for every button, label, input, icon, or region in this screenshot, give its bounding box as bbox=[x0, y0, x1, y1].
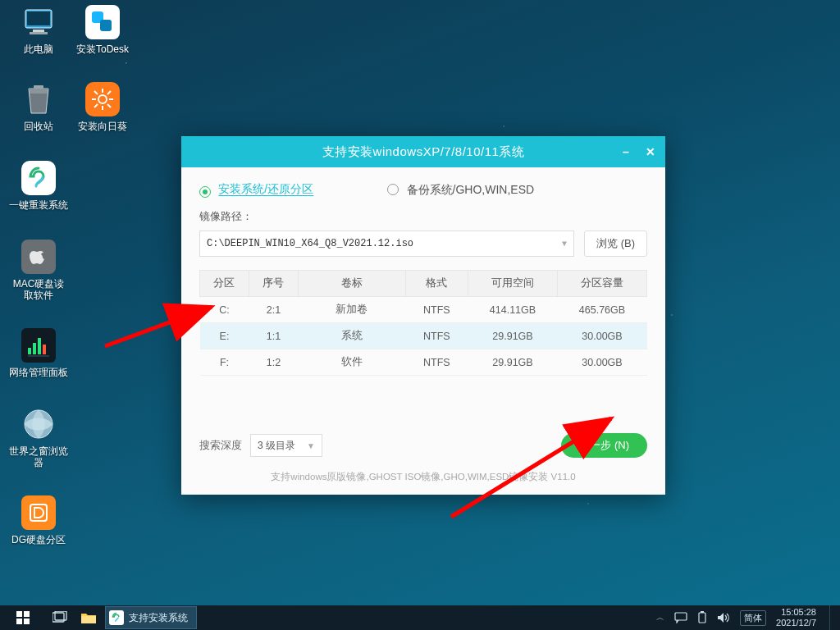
clock-date: 2021/12/7 bbox=[776, 618, 816, 628]
start-button[interactable] bbox=[0, 605, 46, 630]
system-tray[interactable]: ︿ 简体 15:05:28 2021/12/7 bbox=[650, 605, 840, 630]
svg-rect-35 bbox=[701, 611, 704, 613]
svg-rect-18 bbox=[38, 338, 41, 354]
taskview-button[interactable] bbox=[46, 605, 74, 630]
th-order: 序号 bbox=[249, 271, 298, 297]
svg-rect-16 bbox=[28, 348, 31, 354]
desktop-icon-label: DG硬盘分区 bbox=[8, 534, 69, 546]
battery-icon[interactable] bbox=[697, 611, 707, 624]
clock[interactable]: 15:05:28 2021/12/7 bbox=[776, 607, 816, 628]
table-row[interactable]: C:2:1新加卷NTFS414.11GB465.76GB bbox=[200, 297, 647, 323]
th-size: 分区容量 bbox=[557, 271, 646, 297]
installer-window: 支持安装windowsXP/7/8/10/11系统 – ✕ 安装系统/还原分区 … bbox=[181, 136, 665, 495]
th-partition: 分区 bbox=[200, 271, 249, 297]
support-text: 支持windows原版镜像,GHOST ISO镜像,GHO,WIM,ESD镜像安… bbox=[199, 471, 647, 483]
search-depth-label: 搜索深度 bbox=[199, 438, 242, 453]
desktop-icon-label: 网络管理面板 bbox=[8, 367, 69, 378]
close-button[interactable]: ✕ bbox=[642, 144, 659, 160]
taskbar[interactable]: 支持安装系统 ︿ 简体 15:05:28 2021/12/7 bbox=[0, 605, 840, 630]
desktop-icon-reinstall[interactable]: 一键重装系统 bbox=[8, 161, 69, 211]
action-center-icon[interactable] bbox=[674, 612, 687, 623]
svg-rect-34 bbox=[699, 613, 705, 623]
desktop-icon-label: 安装ToDesk bbox=[72, 43, 133, 55]
desktop-icon-label: 一键重装系统 bbox=[8, 199, 69, 211]
table-row[interactable]: F:1:2软件NTFS29.91GB30.00GB bbox=[200, 349, 647, 376]
search-depth-dropdown[interactable]: 3 级目录 ▼ bbox=[250, 434, 322, 457]
svg-line-15 bbox=[94, 104, 98, 107]
svg-rect-27 bbox=[24, 611, 30, 617]
svg-line-12 bbox=[94, 91, 98, 94]
desktop-icon-theworld-browser[interactable]: 世界之窗浏览器 bbox=[8, 407, 69, 468]
desktop-icon-recycle-bin[interactable]: 回收站 bbox=[8, 82, 69, 132]
desktop-icon-label: MAC硬盘读取软件 bbox=[8, 278, 69, 301]
show-desktop-button[interactable] bbox=[829, 605, 833, 630]
svg-point-7 bbox=[98, 95, 107, 103]
partition-table: 分区 序号 卷标 格式 可用空间 分区容量 C:2:1新加卷NTFS414.11… bbox=[199, 270, 647, 376]
svg-rect-1 bbox=[27, 11, 50, 25]
svg-rect-28 bbox=[16, 619, 22, 624]
ime-indicator[interactable]: 简体 bbox=[740, 610, 766, 626]
radio-on-icon bbox=[199, 186, 211, 198]
desktop-icon-mac-disk[interactable]: MAC硬盘读取软件 bbox=[8, 240, 69, 301]
svg-rect-19 bbox=[43, 345, 46, 354]
svg-rect-33 bbox=[675, 613, 687, 620]
th-format: 格式 bbox=[405, 271, 468, 297]
taskbar-app-label: 支持安装系统 bbox=[129, 611, 188, 625]
svg-line-14 bbox=[107, 91, 111, 94]
radio-off-icon bbox=[387, 184, 399, 195]
desktop-icon-diskgenius[interactable]: DG硬盘分区 bbox=[8, 495, 69, 546]
th-free: 可用空间 bbox=[468, 271, 557, 297]
th-volume: 卷标 bbox=[298, 271, 405, 297]
svg-rect-29 bbox=[24, 619, 30, 624]
titlebar[interactable]: 支持安装windowsXP/7/8/10/11系统 – ✕ bbox=[181, 136, 665, 167]
desktop-icon-network-panel[interactable]: 网络管理面板 bbox=[8, 328, 69, 378]
svg-rect-26 bbox=[16, 611, 22, 617]
table-row-selected[interactable]: E:1:1系统NTFS29.91GB30.00GB bbox=[200, 323, 647, 349]
desktop-icon-label: 安装向日葵 bbox=[72, 121, 133, 132]
svg-line-13 bbox=[107, 104, 111, 107]
window-title: 支持安装windowsXP/7/8/10/11系统 bbox=[322, 144, 525, 160]
volume-icon[interactable] bbox=[717, 612, 730, 623]
desktop-icon-label: 此电脑 bbox=[8, 43, 69, 55]
desktop-icon-todesk[interactable]: 安装ToDesk bbox=[72, 5, 133, 55]
svg-rect-5 bbox=[100, 20, 112, 31]
svg-rect-32 bbox=[81, 616, 96, 623]
svg-rect-3 bbox=[30, 32, 48, 34]
image-path-dropdown[interactable]: C:\DEEPIN_WIN10_X64_Q8_V2021.12.iso ▼ bbox=[199, 231, 574, 257]
tab-install-restore[interactable]: 安装系统/还原分区 bbox=[199, 182, 313, 198]
file-explorer-button[interactable] bbox=[74, 605, 103, 630]
desktop-icon-label: 回收站 bbox=[8, 121, 69, 132]
svg-rect-2 bbox=[33, 30, 44, 32]
image-path-label: 镜像路径： bbox=[199, 209, 647, 224]
chevron-down-icon: ▼ bbox=[562, 240, 567, 249]
chevron-down-icon: ▼ bbox=[307, 441, 315, 450]
next-button[interactable]: 下一步 (N) bbox=[561, 433, 647, 458]
tab-backup[interactable]: 备份系统/GHO,WIN,ESD bbox=[387, 183, 534, 198]
taskbar-app-installer[interactable]: 支持安装系统 bbox=[105, 606, 197, 629]
browse-button[interactable]: 浏览 (B) bbox=[584, 231, 647, 257]
desktop-icon-this-pc[interactable]: 此电脑 bbox=[8, 5, 69, 55]
tray-chevron-up-icon[interactable]: ︿ bbox=[656, 612, 664, 623]
svg-rect-6 bbox=[34, 85, 43, 89]
desktop-icon-label: 世界之窗浏览器 bbox=[8, 445, 69, 468]
desktop-icon-sunflower[interactable]: 安装向日葵 bbox=[72, 82, 133, 132]
minimize-button[interactable]: – bbox=[618, 144, 634, 160]
svg-rect-17 bbox=[33, 343, 36, 354]
image-path-value: C:\DEEPIN_WIN10_X64_Q8_V2021.12.iso bbox=[207, 238, 413, 249]
clock-time: 15:05:28 bbox=[776, 607, 816, 618]
